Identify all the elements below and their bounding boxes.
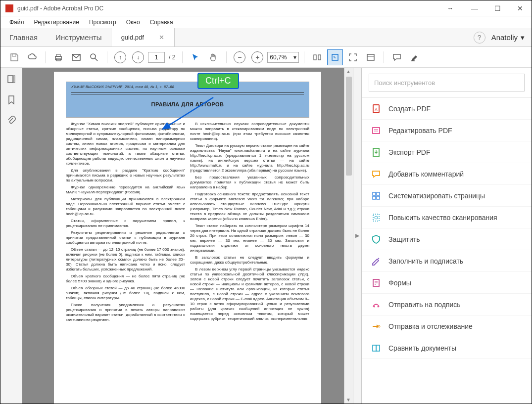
tool-item[interactable]: AСоздать PDF [362,98,532,120]
tool-label: Систематизировать страницы [388,192,485,200]
highlight-icon[interactable] [407,49,423,65]
tool-label: Добавить комментарий [388,170,464,178]
svg-rect-8 [318,55,321,60]
comment-icon[interactable] [389,49,405,65]
svg-text:A: A [375,107,378,112]
tool-item[interactable]: Редактировать PDF [362,120,532,141]
cloud-icon[interactable] [24,49,40,65]
text-column-right: В исключительных случаях сопроводительны… [190,122,309,324]
zoom-out-button[interactable]: − [232,49,247,65]
svg-rect-35 [376,345,380,351]
svg-rect-25 [373,214,379,221]
tool-item[interactable]: Заполнить и подписать [362,250,532,272]
acrobat-icon [5,4,13,12]
window-title: guid.pdf - Adobe Acrobat Pro DC [17,5,447,12]
svg-line-6 [95,58,97,61]
svg-point-31 [374,306,375,307]
svg-rect-10 [367,54,374,60]
tool-icon: A [371,103,382,114]
print-icon[interactable] [50,49,66,65]
tool-label: Формы [388,279,411,287]
fit-page-icon[interactable] [327,49,343,65]
menu-help[interactable]: Справка [146,18,177,27]
page-total-label: / 2 [169,54,175,61]
vertical-scrollbar[interactable] [344,68,353,404]
save-icon[interactable] [6,49,22,65]
tool-item[interactable]: Добавить комментарий [362,163,532,185]
tool-item[interactable]: Защитить [362,228,532,250]
close-button[interactable]: ✕ [509,0,532,16]
tool-icon [371,190,382,201]
tool-icon [371,277,382,288]
zoom-in-button[interactable]: + [249,49,265,65]
zoom-select[interactable]: 60,7%▾ [267,52,299,63]
fit-width-icon[interactable] [309,49,325,65]
svg-rect-23 [373,196,376,199]
thumbnails-icon[interactable] [5,73,18,86]
page-number-input[interactable] [148,52,165,63]
tool-item[interactable]: Экспорт PDF [362,141,532,163]
tool-icon [371,343,382,354]
user-menu[interactable]: Anatoliy ▾ [491,33,525,42]
tool-label: Заполнить и подписать [388,257,463,265]
tab-close-icon[interactable]: ✕ [159,34,164,41]
tool-item[interactable]: Повысить качество сканирования [362,207,532,228]
tool-label: Отправить на подпись [388,301,461,309]
tool-icon [371,147,382,158]
svg-rect-7 [314,55,316,60]
tool-label: Повысить качество сканирования [388,214,497,222]
tools-search-input[interactable]: Поиск инструментов [369,74,525,91]
read-mode-icon[interactable] [363,49,379,65]
menu-edit[interactable]: Редактирование [30,18,83,27]
menu-file[interactable]: Файл [5,18,28,27]
svg-point-32 [378,306,379,307]
tool-item[interactable]: Систематизировать страницы [362,185,532,207]
menu-view[interactable]: Просмотр [85,18,120,27]
fullscreen-icon[interactable] [345,49,361,65]
tool-item[interactable]: Отправка и отслеживание [362,315,532,337]
user-label: Anatoliy [491,33,518,42]
svg-point-5 [91,54,96,59]
help-button[interactable]: ? [474,32,485,44]
tools-list: AСоздать PDFРедактировать PDFЭкспорт PDF… [362,97,532,359]
hand-tool-icon[interactable] [205,49,221,65]
bookmarks-icon[interactable] [5,93,18,106]
tool-item[interactable]: Формы [362,272,532,294]
minimize-button[interactable]: — [463,0,486,16]
annotation-arrow [159,89,223,138]
tool-item[interactable]: Сравнить документы [362,337,532,359]
svg-rect-21 [373,192,376,195]
tool-icon [371,125,382,136]
tab-tools[interactable]: Инструменты [47,28,111,46]
tool-icon [371,234,382,245]
scrollbar-thumb[interactable] [346,77,352,176]
email-icon[interactable] [68,49,84,65]
svg-rect-17 [373,128,380,134]
selection-tool-icon[interactable] [188,49,203,65]
chevron-down-icon: ▾ [293,54,296,61]
maximize-button[interactable]: ☐ [486,0,509,16]
page-down-button[interactable]: ↓ [130,49,146,65]
svg-rect-34 [373,345,376,351]
left-navigation-rail [0,68,22,404]
tool-icon [371,256,382,267]
text-column-left: Журнал "Химия высоких энергий" публикует… [66,122,185,324]
page-up-button[interactable]: ↑ [112,49,128,65]
tool-item[interactable]: Отправить на подпись [362,294,532,315]
zoom-value: 60,7% [270,54,287,61]
svg-rect-13 [8,76,13,83]
tool-icon [371,299,382,310]
tool-label: Сравнить документы [388,344,456,352]
tab-document-label: guid.pdf [121,34,144,41]
search-icon[interactable] [86,49,102,65]
svg-rect-24 [377,196,380,199]
menu-window[interactable]: Окно [122,18,144,27]
tab-document[interactable]: guid.pdf ✕ [111,28,175,46]
tool-label: Защитить [388,235,420,243]
tool-icon [371,321,382,332]
panel-collapse-button[interactable]: ▶ [353,68,362,404]
tools-panel: Поиск инструментов AСоздать PDFРедактиро… [362,68,532,404]
svg-line-36 [163,97,213,129]
attachments-icon[interactable] [5,114,18,127]
tab-home[interactable]: Главная [0,28,47,46]
